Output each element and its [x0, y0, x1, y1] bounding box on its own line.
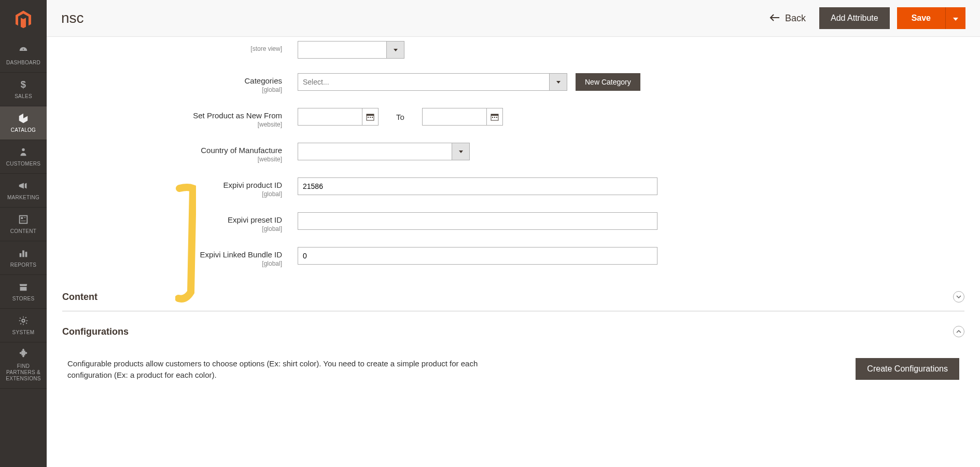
calendar-icon [491, 113, 499, 121]
chevron-up-icon [953, 326, 964, 337]
new-category-button[interactable]: New Category [576, 73, 640, 91]
svg-rect-3 [21, 217, 23, 219]
new-from-input[interactable] [298, 108, 362, 126]
svg-point-1 [22, 148, 25, 152]
add-attribute-button[interactable]: Add Attribute [819, 7, 890, 29]
expivi-bundle-scope: [global] [62, 260, 282, 267]
expivi-bundle-label: Expivi Linked Bundle ID [200, 250, 282, 259]
puzzle-icon [18, 349, 29, 360]
sidebar-item-content[interactable]: CONTENT [0, 208, 47, 241]
magento-logo[interactable] [0, 0, 47, 39]
set-new-label: Set Product as New From [193, 111, 282, 120]
expivi-preset-input[interactable] [298, 212, 657, 230]
expivi-product-scope: [global] [62, 190, 282, 198]
visibility-select[interactable] [298, 41, 387, 59]
visibility-select-drop[interactable] [387, 41, 404, 59]
expivi-preset-label: Expivi preset ID [228, 215, 282, 224]
sidebar-label: CUSTOMERS [0, 161, 47, 167]
svg-text:$: $ [21, 79, 26, 90]
sidebar-item-stores[interactable]: STORES [0, 275, 47, 309]
sidebar-label: SYSTEM [0, 329, 47, 336]
save-dropdown[interactable] [945, 7, 965, 29]
chevron-down-icon [394, 49, 398, 51]
country-scope: [website] [62, 156, 282, 163]
categories-select[interactable]: Select... [298, 73, 550, 91]
sidebar-item-system[interactable]: SYSTEM [0, 309, 47, 342]
calendar-icon [366, 113, 374, 121]
sidebar-item-partners[interactable]: FIND PARTNERS & EXTENSIONS [0, 342, 47, 389]
expivi-product-input[interactable] [298, 177, 657, 195]
sidebar-label: REPORTS [0, 262, 47, 268]
svg-rect-7 [22, 251, 24, 257]
categories-scope: [global] [62, 86, 282, 93]
country-select[interactable] [298, 143, 452, 160]
svg-rect-17 [492, 117, 493, 118]
sidebar-item-marketing[interactable]: MARKETING [0, 174, 47, 208]
svg-rect-19 [496, 117, 497, 118]
to-label: To [396, 113, 404, 121]
gear-icon [18, 315, 29, 326]
new-to-calendar[interactable] [486, 108, 503, 126]
configurations-section-head[interactable]: Configurations [62, 317, 964, 346]
svg-point-9 [22, 319, 25, 322]
sidebar-label: CONTENT [0, 228, 47, 235]
box-icon [18, 113, 29, 124]
set-new-scope: [website] [62, 121, 282, 128]
save-button[interactable]: Save [897, 7, 945, 29]
expivi-preset-scope: [global] [62, 225, 282, 232]
chevron-down-icon [459, 150, 463, 153]
visibility-scope: [store view] [62, 45, 282, 52]
back-button[interactable]: Back [763, 9, 812, 28]
page-title: nsc [61, 10, 84, 26]
categories-label: Categories [244, 76, 282, 85]
configurations-description: Configurable products allow customers to… [67, 358, 493, 381]
store-icon [18, 281, 29, 293]
sidebar-item-reports[interactable]: REPORTS [0, 241, 47, 275]
content-section-head[interactable]: Content [62, 282, 964, 311]
svg-rect-13 [370, 117, 371, 118]
content-title: Content [62, 292, 97, 303]
admin-sidebar: DASHBOARD $ SALES CATALOG CUSTOMERS MARK… [0, 0, 47, 402]
expivi-bundle-input[interactable] [298, 247, 657, 265]
megaphone-icon [18, 180, 29, 191]
svg-rect-8 [25, 252, 27, 257]
svg-rect-2 [20, 216, 27, 224]
content-icon [18, 214, 29, 225]
categories-select-drop[interactable] [550, 73, 567, 91]
page-header: nsc Back Add Attribute Save [47, 0, 980, 37]
new-to-input[interactable] [422, 108, 486, 126]
configurations-title: Configurations [62, 326, 129, 337]
sidebar-label: FIND PARTNERS & EXTENSIONS [0, 363, 47, 382]
dollar-icon: $ [18, 79, 29, 90]
chart-icon [18, 248, 29, 259]
svg-rect-11 [367, 114, 374, 116]
chevron-down-icon [953, 291, 964, 303]
sidebar-label: DASHBOARD [0, 60, 47, 66]
back-label: Back [785, 13, 806, 24]
svg-rect-6 [20, 253, 22, 257]
sidebar-item-catalog[interactable]: CATALOG [0, 106, 47, 140]
triangle-down-icon [953, 15, 958, 22]
chevron-down-icon [556, 81, 561, 84]
sidebar-item-dashboard[interactable]: DASHBOARD [0, 39, 47, 73]
new-from-calendar[interactable] [362, 108, 379, 126]
sidebar-item-sales[interactable]: $ SALES [0, 73, 47, 106]
sidebar-label: MARKETING [0, 195, 47, 201]
svg-rect-16 [491, 114, 498, 116]
expivi-product-label: Expivi product ID [223, 181, 282, 189]
arrow-left-icon [769, 13, 780, 24]
country-label: Country of Manufacture [201, 146, 282, 155]
svg-rect-14 [372, 117, 373, 118]
svg-rect-12 [368, 117, 369, 118]
create-configurations-button[interactable]: Create Configurations [856, 358, 959, 380]
sidebar-label: CATALOG [0, 127, 47, 133]
sidebar-label: SALES [0, 93, 47, 100]
country-select-drop[interactable] [452, 143, 470, 160]
sidebar-item-customers[interactable]: CUSTOMERS [0, 140, 47, 174]
configurations-body: Configurable products allow customers to… [62, 346, 964, 386]
sidebar-label: STORES [0, 296, 47, 302]
dashboard-icon [18, 45, 29, 57]
person-icon [18, 146, 29, 158]
svg-rect-18 [494, 117, 495, 118]
